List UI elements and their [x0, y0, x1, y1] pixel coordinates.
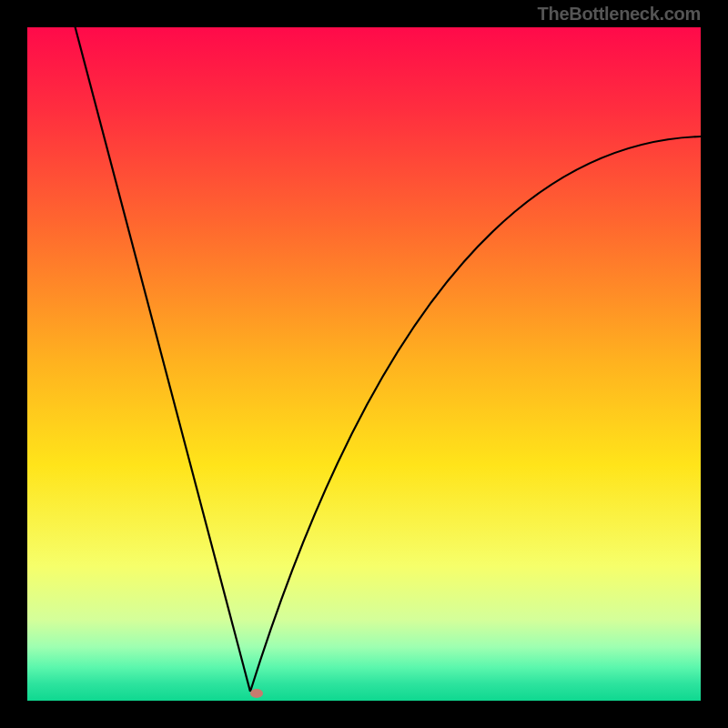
minimum-marker	[250, 689, 263, 698]
plot-area	[27, 27, 701, 701]
chart-canvas: TheBottleneck.com	[0, 0, 728, 728]
watermark-text: TheBottleneck.com	[538, 4, 701, 25]
curve-left-branch	[73, 27, 250, 692]
curve-right-branch	[250, 136, 701, 692]
curve-layer	[27, 27, 701, 701]
